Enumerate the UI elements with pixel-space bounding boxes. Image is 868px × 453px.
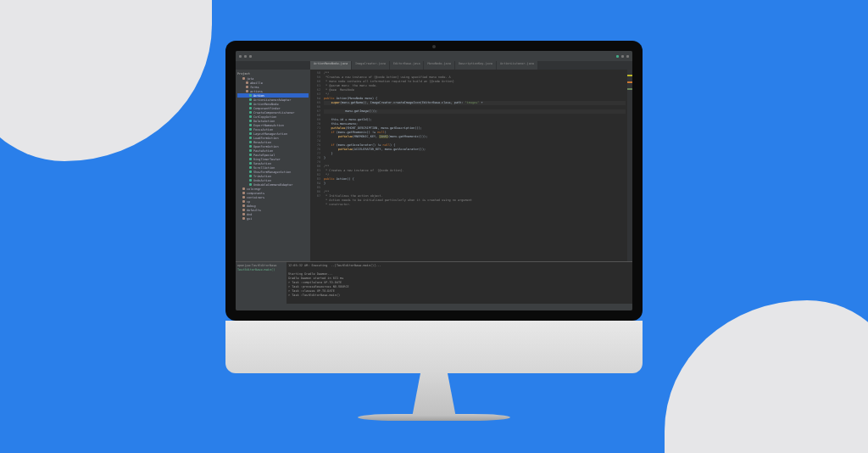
- background-wave-top-left: [0, 0, 212, 161]
- folder-icon: [242, 209, 245, 211]
- console-sidebar: openjpa:TestEditorBase TestEditorBase.ma…: [236, 262, 287, 304]
- toolbar-icon[interactable]: [244, 55, 247, 58]
- folder-icon: [242, 196, 245, 199]
- file-icon: [249, 175, 252, 177]
- code-area[interactable]: /** *Creates a new instance of {@code Ac…: [322, 70, 627, 261]
- editor-tab[interactable]: ImageCreator.java: [352, 61, 389, 70]
- imac-mockup: ActionMenuNode.javaImageCreator.javaEdit…: [225, 41, 643, 421]
- editor-tab[interactable]: DescriptionKey.java: [455, 61, 496, 70]
- file-icon: [249, 183, 252, 186]
- file-icon: [249, 149, 252, 152]
- folder-icon: [246, 81, 248, 84]
- folder-icon: [242, 200, 245, 203]
- file-icon: [249, 128, 252, 131]
- file-icon: [249, 124, 252, 126]
- line-number-gutter: 5859606162636465666768697071727374757677…: [310, 70, 322, 261]
- folder-icon: [242, 187, 245, 190]
- editor-tabs: ActionMenuNode.javaImageCreator.javaEdit…: [236, 61, 632, 70]
- ide-toolbar[interactable]: [236, 51, 632, 61]
- code-editor[interactable]: 5859606162636465666768697071727374757677…: [310, 70, 632, 261]
- folder-icon: [242, 213, 245, 215]
- background-wave-bottom-right: [665, 300, 868, 453]
- folder-icon: [246, 86, 248, 88]
- run-console[interactable]: openjpa:TestEditorBase TestEditorBase.ma…: [236, 261, 632, 304]
- file-icon: [249, 111, 252, 114]
- folder-icon: [242, 217, 245, 220]
- camera-dot-icon: [432, 45, 436, 48]
- file-icon: [249, 94, 252, 97]
- file-icon: [249, 115, 252, 118]
- folder-icon: [242, 204, 245, 207]
- file-icon: [249, 141, 252, 143]
- run-config-label: openjpa:TestEditorBase: [237, 264, 285, 267]
- folder-icon: [246, 90, 248, 92]
- run-icon[interactable]: [616, 55, 619, 58]
- tree-folder[interactable]: gui: [237, 216, 309, 221]
- editor-tab[interactable]: EditorBase.java: [390, 61, 424, 70]
- file-icon: [249, 145, 252, 148]
- run-config-main[interactable]: TestEditorBase.main(): [237, 268, 285, 271]
- file-icon: [249, 162, 252, 165]
- file-icon: [249, 154, 252, 156]
- console-output[interactable]: 12:05:32 AM: Executing ..[TestEditorBase…: [287, 262, 632, 304]
- editor-tab[interactable]: ActionListener.java: [497, 61, 537, 70]
- editor-tab[interactable]: MenuNode.java: [424, 61, 453, 70]
- file-icon: [249, 120, 252, 122]
- stop-icon[interactable]: [626, 55, 629, 58]
- status-bar: [236, 304, 632, 310]
- project-tree-header: Project: [237, 72, 309, 76]
- monitor-bezel: ActionMenuNode.javaImageCreator.javaEdit…: [225, 41, 643, 321]
- file-icon: [249, 103, 252, 105]
- toolbar-icon[interactable]: [249, 55, 252, 58]
- file-icon: [249, 171, 252, 173]
- minimap-scrollbar[interactable]: [627, 70, 632, 261]
- ide-window: ActionMenuNode.javaImageCreator.javaEdit…: [236, 51, 632, 310]
- debug-icon[interactable]: [621, 55, 624, 58]
- monitor-stand-neck: [400, 373, 468, 416]
- file-icon: [249, 137, 252, 139]
- project-tree[interactable]: Project jeta abeilleformsactions ActionA…: [236, 70, 310, 261]
- file-icon: [249, 179, 252, 182]
- file-icon: [249, 132, 252, 135]
- editor-tab[interactable]: ActionMenuNode.java: [310, 61, 351, 70]
- file-icon: [249, 98, 252, 101]
- file-icon: [249, 166, 252, 169]
- file-icon: [249, 107, 252, 109]
- folder-icon: [242, 77, 245, 80]
- toolbar-icon[interactable]: [239, 55, 242, 58]
- file-icon: [249, 158, 252, 160]
- folder-icon: [242, 192, 245, 194]
- monitor-chin: [225, 321, 643, 373]
